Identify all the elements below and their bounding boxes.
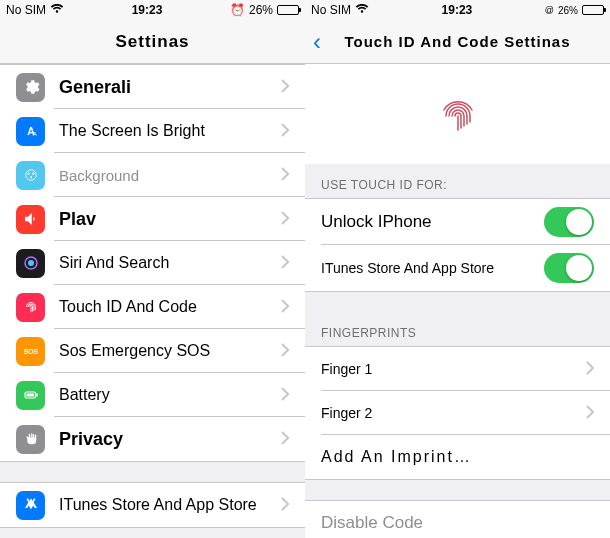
wifi-icon bbox=[50, 3, 64, 17]
nav-bar: Settinas bbox=[0, 20, 305, 64]
svg-point-4 bbox=[32, 172, 34, 174]
svg-text:SOS: SOS bbox=[23, 348, 38, 355]
svg-point-7 bbox=[28, 260, 34, 266]
chevron-right-icon bbox=[281, 121, 289, 142]
sound-icon bbox=[16, 205, 45, 234]
fingerprint-icon bbox=[436, 92, 480, 136]
svg-text:A: A bbox=[32, 131, 36, 137]
row-unlock-iphone: Unlock IPhone bbox=[305, 199, 610, 245]
hand-icon bbox=[16, 425, 45, 454]
row-label: Finger 1 bbox=[321, 361, 586, 377]
battery-icon bbox=[277, 5, 299, 15]
row-disable-code[interactable]: Disable Code bbox=[305, 501, 610, 538]
chevron-right-icon bbox=[281, 77, 289, 98]
chevron-right-icon bbox=[281, 209, 289, 230]
row-label: Battery bbox=[59, 386, 281, 404]
alarm-icon: ⏰ bbox=[230, 3, 245, 17]
battery-icon bbox=[582, 5, 604, 15]
row-label: Touch ID And Code bbox=[59, 298, 281, 316]
carrier-text: No SIM bbox=[6, 3, 46, 17]
status-time: 19:23 bbox=[442, 3, 473, 17]
battery-icon bbox=[16, 381, 45, 410]
status-time: 19:23 bbox=[132, 3, 163, 17]
section-header-fingerprints: FINGERPRINTS bbox=[305, 312, 610, 346]
row-brightness[interactable]: AA The Screen Is Bright bbox=[0, 109, 305, 153]
page-title: Touch ID And Code Settinas bbox=[344, 33, 570, 50]
row-sounds[interactable]: Plav bbox=[0, 197, 305, 241]
wifi-icon bbox=[355, 3, 369, 17]
row-siri[interactable]: Siri And Search bbox=[0, 241, 305, 285]
row-label: ITunes Store And App Store bbox=[59, 496, 281, 514]
row-privacy[interactable]: Privacy bbox=[0, 417, 305, 461]
sos-icon: SOS bbox=[16, 337, 45, 366]
row-label: Generali bbox=[59, 77, 281, 98]
svg-rect-11 bbox=[26, 394, 34, 397]
touchid-list[interactable]: USE TOUCH ID FOR: Unlock IPhone ITunes S… bbox=[305, 64, 610, 538]
chevron-right-icon bbox=[586, 403, 594, 424]
row-label: Disable Code bbox=[321, 513, 594, 533]
status-bar: No SIM 19:23 ⏰ 26% bbox=[0, 0, 305, 20]
chevron-left-icon: ‹ bbox=[313, 28, 321, 56]
back-button[interactable]: ‹ bbox=[313, 28, 321, 56]
appstore-icon bbox=[16, 491, 45, 520]
chevron-right-icon bbox=[281, 165, 289, 186]
row-finger-1[interactable]: Finger 1 bbox=[305, 347, 610, 391]
siri-icon bbox=[16, 249, 45, 278]
brightness-icon: AA bbox=[16, 117, 45, 146]
svg-point-2 bbox=[25, 170, 36, 181]
battery-pct: 26% bbox=[249, 3, 273, 17]
row-battery[interactable]: Battery bbox=[0, 373, 305, 417]
svg-point-3 bbox=[27, 172, 29, 174]
row-label: Add An Imprint… bbox=[321, 448, 594, 466]
row-label: ITunes Store And App Store bbox=[321, 260, 544, 276]
chevron-right-icon bbox=[281, 495, 289, 516]
row-appstore[interactable]: ITunes Store And App Store bbox=[0, 483, 305, 527]
settings-screen: No SIM 19:23 ⏰ 26% Settinas Generali bbox=[0, 0, 305, 538]
row-wallpaper[interactable]: Background bbox=[0, 153, 305, 197]
row-add-imprint[interactable]: Add An Imprint… bbox=[305, 435, 610, 479]
svg-point-5 bbox=[29, 176, 31, 178]
row-label: Privacy bbox=[59, 429, 281, 450]
carrier-text: No SIM bbox=[311, 3, 351, 17]
touchid-screen: No SIM 19:23 @ 26% ‹ Touch ID And Code S… bbox=[305, 0, 610, 538]
chevron-right-icon bbox=[586, 359, 594, 380]
toggle-unlock[interactable] bbox=[544, 207, 594, 237]
row-label: Unlock IPhone bbox=[321, 212, 544, 232]
row-label: Sos Emergency SOS bbox=[59, 342, 281, 360]
wallpaper-icon bbox=[16, 161, 45, 190]
row-finger-2[interactable]: Finger 2 bbox=[305, 391, 610, 435]
row-label: The Screen Is Bright bbox=[59, 122, 281, 140]
settings-list[interactable]: Generali AA The Screen Is Bright Backgro… bbox=[0, 64, 305, 538]
fingerprint-icon bbox=[16, 293, 45, 322]
section-header-use: USE TOUCH ID FOR: bbox=[305, 164, 610, 198]
chevron-right-icon bbox=[281, 429, 289, 450]
battery-pct: 26% bbox=[558, 5, 578, 16]
toggle-itunes[interactable] bbox=[544, 253, 594, 283]
nav-bar: ‹ Touch ID And Code Settinas bbox=[305, 20, 610, 64]
row-touchid[interactable]: Touch ID And Code bbox=[0, 285, 305, 329]
row-label: Siri And Search bbox=[59, 254, 281, 272]
row-itunes-store: ITunes Store And App Store bbox=[305, 245, 610, 291]
chevron-right-icon bbox=[281, 297, 289, 318]
row-label: Finger 2 bbox=[321, 405, 586, 421]
row-label: Background bbox=[59, 167, 281, 184]
chevron-right-icon bbox=[281, 253, 289, 274]
gear-icon bbox=[16, 73, 45, 102]
svg-rect-10 bbox=[36, 394, 38, 397]
fingerprint-hero bbox=[305, 64, 610, 164]
row-label: Plav bbox=[59, 209, 281, 230]
page-title: Settinas bbox=[115, 32, 189, 52]
chevron-right-icon bbox=[281, 341, 289, 362]
status-bar: No SIM 19:23 @ 26% bbox=[305, 0, 610, 20]
row-general[interactable]: Generali bbox=[0, 65, 305, 109]
row-sos[interactable]: SOS Sos Emergency SOS bbox=[0, 329, 305, 373]
chevron-right-icon bbox=[281, 385, 289, 406]
